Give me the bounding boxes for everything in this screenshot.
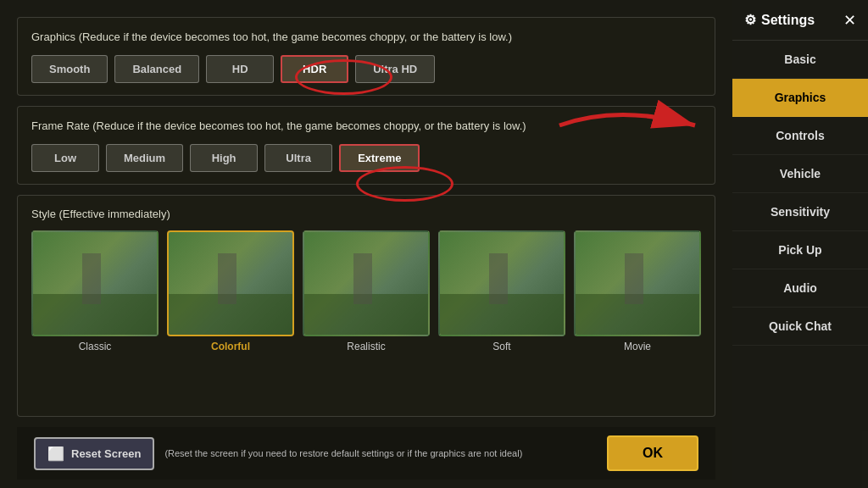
style-realistic-img xyxy=(303,230,430,336)
framerate-ultra-btn[interactable]: Ultra xyxy=(264,144,332,172)
style-soft-img xyxy=(438,230,565,336)
reset-screen-button[interactable]: ⬜ Reset Screen xyxy=(34,437,154,470)
style-movie-label: Movie xyxy=(624,341,651,352)
sidebar-item-basic[interactable]: Basic xyxy=(732,41,868,79)
style-classic-card[interactable]: Classic xyxy=(31,230,159,352)
style-soft-card[interactable]: Soft xyxy=(438,230,565,352)
style-classic-img xyxy=(31,230,159,336)
style-colorful-label: Colorful xyxy=(211,341,250,352)
framerate-medium-btn[interactable]: Medium xyxy=(106,144,183,172)
style-realistic-label: Realistic xyxy=(347,341,385,352)
sidebar: ⚙ Settings ✕ Basic Graphics Controls Veh… xyxy=(732,0,868,488)
sidebar-item-controls[interactable]: Controls xyxy=(732,117,868,155)
reset-screen-desc: (Reset the screen if you need to restore… xyxy=(164,448,597,458)
graphics-balanced-btn[interactable]: Balanced xyxy=(114,55,199,83)
reset-screen-label: Reset Screen xyxy=(71,447,141,460)
style-section-label: Style (Effective immediately) xyxy=(31,208,701,220)
close-button[interactable]: ✕ xyxy=(843,13,856,28)
sidebar-item-pickup[interactable]: Pick Up xyxy=(732,231,868,269)
sidebar-item-audio[interactable]: Audio xyxy=(732,269,868,308)
framerate-options-row: Low Medium High Ultra Extreme xyxy=(31,144,701,172)
style-movie-card[interactable]: Movie xyxy=(574,230,701,352)
style-realistic-card[interactable]: Realistic xyxy=(303,230,430,352)
style-grid: Classic Colorful Realistic Soft xyxy=(31,230,701,352)
style-soft-label: Soft xyxy=(492,341,510,352)
framerate-low-btn[interactable]: Low xyxy=(31,144,99,172)
style-classic-label: Classic xyxy=(79,341,112,352)
framerate-high-btn[interactable]: High xyxy=(190,144,258,172)
style-colorful-img xyxy=(167,230,294,336)
style-colorful-card[interactable]: Colorful xyxy=(167,230,294,352)
framerate-extreme-btn[interactable]: Extreme xyxy=(339,144,420,172)
graphics-hd-btn[interactable]: HD xyxy=(206,55,274,83)
graphics-options-row: Smooth Balanced HD HDR Ultra HD xyxy=(31,55,701,83)
sidebar-item-quickchat[interactable]: Quick Chat xyxy=(732,308,868,346)
graphics-smooth-btn[interactable]: Smooth xyxy=(31,55,108,83)
graphics-quality-section: Graphics (Reduce if the device becomes t… xyxy=(17,17,715,96)
sidebar-item-vehicle[interactable]: Vehicle xyxy=(732,155,868,193)
framerate-section: Frame Rate (Reduce if the device becomes… xyxy=(17,106,715,185)
graphics-quality-label: Graphics (Reduce if the device becomes t… xyxy=(31,30,701,45)
graphics-hdr-btn[interactable]: HDR xyxy=(281,55,348,83)
ok-button[interactable]: OK xyxy=(607,435,698,471)
sidebar-header: ⚙ Settings ✕ xyxy=(732,0,868,41)
gear-icon: ⚙ xyxy=(744,12,756,28)
reset-screen-icon: ⬜ xyxy=(47,446,64,462)
framerate-label: Frame Rate (Reduce if the device becomes… xyxy=(31,119,701,134)
style-section: Style (Effective immediately) Classic Co… xyxy=(17,195,715,417)
graphics-ultrahd-btn[interactable]: Ultra HD xyxy=(355,55,435,83)
style-movie-img xyxy=(574,230,701,336)
bottom-bar: ⬜ Reset Screen (Reset the screen if you … xyxy=(17,427,715,480)
sidebar-title: ⚙ Settings xyxy=(744,12,815,28)
sidebar-item-sensitivity[interactable]: Sensitivity xyxy=(732,193,868,231)
sidebar-item-graphics[interactable]: Graphics xyxy=(732,79,868,117)
